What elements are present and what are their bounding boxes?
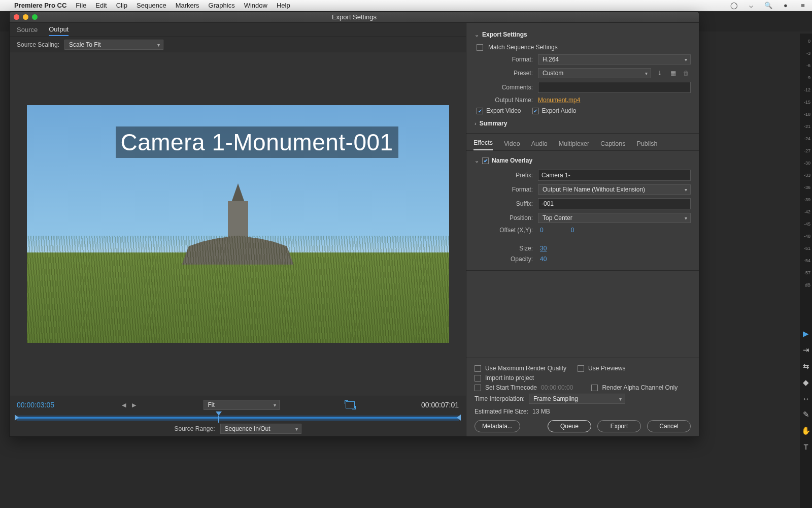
export-settings-window: Export Settings Source Output Source Sca… bbox=[9, 11, 699, 437]
offset-x-input[interactable]: 0 bbox=[538, 227, 546, 234]
video-preview[interactable]: Camera 1-Monument-001 bbox=[27, 105, 449, 343]
step-back-icon[interactable]: ◀ bbox=[121, 402, 127, 408]
export-button[interactable]: Export bbox=[597, 420, 641, 432]
opacity-input[interactable]: 40 bbox=[538, 256, 549, 263]
export-audio-label: Export Audio bbox=[542, 107, 577, 114]
use-previews-checkbox[interactable] bbox=[578, 365, 584, 372]
prefix-input[interactable]: Camera 1- bbox=[538, 170, 691, 181]
export-settings-header: Export Settings bbox=[482, 31, 527, 38]
in-point-handle[interactable] bbox=[15, 415, 19, 421]
menu-extras-icon[interactable]: ≡ bbox=[799, 2, 807, 9]
hand-tool-icon[interactable]: ✋ bbox=[801, 426, 811, 435]
menu-file[interactable]: File bbox=[76, 2, 86, 9]
overlay-format-select[interactable]: Output File Name (Without Extension) bbox=[538, 184, 691, 195]
position-select[interactable]: Top Center bbox=[538, 213, 691, 223]
match-sequence-label: Match Sequence Settings bbox=[488, 44, 558, 51]
tab-effects[interactable]: Effects bbox=[473, 139, 493, 150]
import-preset-icon[interactable]: ▦ bbox=[668, 69, 678, 77]
menu-sequence[interactable]: Sequence bbox=[137, 2, 166, 9]
spotlight-icon[interactable]: 🔍 bbox=[764, 2, 772, 9]
wifi-icon[interactable]: ⌵ bbox=[747, 2, 755, 9]
tab-audio[interactable]: Audio bbox=[531, 140, 548, 150]
pen-tool-icon[interactable]: ✎ bbox=[803, 410, 809, 419]
app-name[interactable]: Premiere Pro CC bbox=[14, 2, 66, 9]
preset-select[interactable]: Custom bbox=[538, 68, 651, 78]
tab-multiplexer[interactable]: Multiplexer bbox=[559, 140, 589, 150]
time-interp-label: Time Interpolation: bbox=[475, 395, 525, 402]
max-render-label: Use Maximum Render Quality bbox=[485, 365, 566, 372]
menu-help[interactable]: Help bbox=[277, 2, 290, 9]
name-overlay-header: Name Overlay bbox=[492, 157, 532, 164]
output-name-link[interactable]: Monument.mp4 bbox=[538, 97, 580, 104]
tab-publish[interactable]: Publish bbox=[637, 140, 658, 150]
cc-cloud-icon[interactable]: ◯ bbox=[730, 2, 738, 9]
timeline-bar: 00:00:03:05 ◀ ▶ Fit 00:00:07:01 bbox=[10, 396, 466, 436]
position-label: Position: bbox=[475, 214, 533, 221]
right-tool-strip: ▶ ⇥ ⇆ ◆ ↔ ✎ ✋ T bbox=[800, 329, 812, 451]
tab-output[interactable]: Output bbox=[49, 23, 69, 36]
step-fwd-icon[interactable]: ▶ bbox=[131, 402, 137, 408]
prefix-label: Prefix: bbox=[475, 172, 533, 179]
preset-label: Preset: bbox=[475, 70, 533, 77]
est-filesize-label: Estimated File Size: bbox=[475, 408, 528, 415]
selection-tool-icon[interactable]: ▶ bbox=[803, 329, 809, 338]
menu-graphics[interactable]: Graphics bbox=[209, 2, 235, 9]
ripple-tool-icon[interactable]: ⇆ bbox=[803, 362, 809, 371]
import-project-checkbox[interactable] bbox=[475, 375, 481, 382]
cancel-button[interactable]: Cancel bbox=[647, 420, 691, 432]
summary-header[interactable]: Summary bbox=[480, 120, 507, 127]
export-video-checkbox[interactable] bbox=[477, 108, 483, 114]
max-render-checkbox[interactable] bbox=[475, 365, 481, 372]
render-alpha-label: Render Alpha Channel Only bbox=[602, 384, 678, 391]
suffix-label: Suffix: bbox=[475, 200, 533, 207]
tab-captions[interactable]: Captions bbox=[600, 140, 625, 150]
queue-button[interactable]: Queue bbox=[548, 420, 591, 432]
source-scaling-select[interactable]: Scale To Fit bbox=[64, 40, 163, 50]
track-select-tool-icon[interactable]: ⇥ bbox=[803, 345, 809, 355]
match-sequence-checkbox[interactable] bbox=[477, 44, 483, 51]
name-overlay-checkbox[interactable] bbox=[482, 157, 489, 164]
source-range-select[interactable]: Sequence In/Out bbox=[220, 424, 301, 434]
timecode-current[interactable]: 00:00:03:05 bbox=[17, 401, 54, 409]
delete-preset-icon[interactable]: 🗑 bbox=[682, 69, 691, 77]
set-start-tc-checkbox[interactable] bbox=[475, 385, 481, 391]
window-title: Export Settings bbox=[10, 13, 699, 21]
name-overlay-twirl-icon[interactable]: ⌄ bbox=[475, 157, 479, 164]
type-tool-icon[interactable]: T bbox=[803, 442, 808, 451]
tab-video[interactable]: Video bbox=[504, 140, 520, 150]
out-point-handle[interactable] bbox=[457, 415, 461, 421]
user-icon[interactable]: ● bbox=[782, 2, 790, 9]
est-filesize-value: 13 MB bbox=[532, 408, 550, 415]
render-alpha-checkbox[interactable] bbox=[591, 385, 598, 391]
overlay-format-label: Format: bbox=[475, 186, 533, 193]
tab-source[interactable]: Source bbox=[17, 24, 38, 36]
razor-tool-icon[interactable]: ◆ bbox=[803, 378, 809, 387]
export-settings-twirl-icon[interactable]: ⌄ bbox=[475, 31, 479, 38]
slip-tool-icon[interactable]: ↔ bbox=[802, 394, 810, 403]
size-label: Size: bbox=[475, 245, 533, 252]
menu-window[interactable]: Window bbox=[244, 2, 267, 9]
metadata-button[interactable]: Metadata... bbox=[475, 420, 520, 432]
zoom-fit-select[interactable]: Fit bbox=[204, 400, 280, 410]
comments-input[interactable] bbox=[538, 82, 691, 93]
format-select[interactable]: H.264 bbox=[538, 54, 691, 65]
suffix-input[interactable]: -001 bbox=[538, 198, 691, 209]
offset-y-input[interactable]: 0 bbox=[569, 227, 577, 234]
playhead[interactable] bbox=[216, 411, 222, 416]
crop-output-icon[interactable] bbox=[346, 401, 355, 408]
export-footer: Use Maximum Render Quality Use Previews … bbox=[466, 358, 699, 436]
offset-label: Offset (X,Y): bbox=[475, 227, 533, 234]
export-video-label: Export Video bbox=[486, 107, 521, 114]
range-slider[interactable] bbox=[17, 416, 459, 421]
size-input[interactable]: 30 bbox=[538, 245, 549, 252]
format-label: Format: bbox=[475, 56, 533, 63]
time-interp-select[interactable]: Frame Sampling bbox=[529, 394, 625, 404]
menu-edit[interactable]: Edit bbox=[95, 2, 107, 9]
menu-markers[interactable]: Markers bbox=[176, 2, 199, 9]
save-preset-icon[interactable]: ⤓ bbox=[655, 69, 664, 77]
menu-clip[interactable]: Clip bbox=[116, 2, 127, 9]
summary-twirl-icon[interactable]: › bbox=[475, 120, 477, 126]
export-audio-checkbox[interactable] bbox=[532, 108, 539, 114]
window-titlebar[interactable]: Export Settings bbox=[10, 12, 699, 23]
source-scaling-label: Source Scaling: bbox=[17, 41, 59, 48]
